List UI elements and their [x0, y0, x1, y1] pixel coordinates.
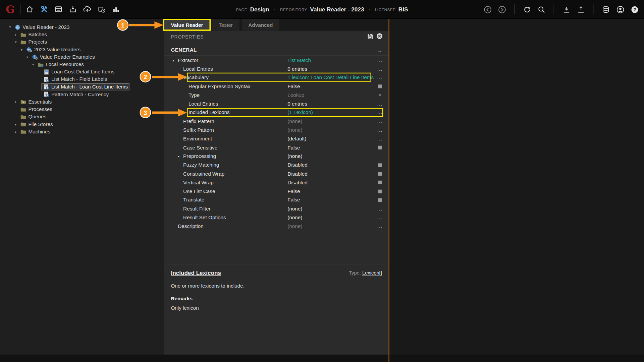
- property-value[interactable]: (none): [287, 223, 302, 229]
- tree-item-batches[interactable]: ▸Batches: [0, 31, 164, 38]
- download-icon[interactable]: [561, 4, 572, 15]
- property-value[interactable]: False: [287, 188, 300, 194]
- home-icon[interactable]: [24, 4, 35, 15]
- property-row-environment[interactable]: Environment(default)...: [164, 134, 389, 143]
- property-value[interactable]: List Match: [287, 57, 311, 63]
- expand-icon[interactable]: ▸: [13, 100, 18, 104]
- property-value[interactable]: (none): [287, 119, 302, 124]
- property-row-preprocessing[interactable]: ▸Preprocessing(none): [164, 152, 389, 161]
- property-row-regular-expression-syntax[interactable]: Regular Expression SyntaxFalse: [164, 82, 389, 91]
- tree-item-file-stores[interactable]: ▸File Stores: [0, 120, 164, 128]
- tree-item-list-match-loan-cost-line-items[interactable]: List Match - Loan Cost Line Items: [0, 83, 164, 90]
- ellipsis-button[interactable]: ...: [375, 206, 385, 212]
- essentials-icon: [20, 99, 27, 105]
- tab-advanced[interactable]: Advanced: [242, 19, 279, 31]
- refresh-icon[interactable]: [522, 4, 532, 15]
- tree-item-machines[interactable]: ▸Machines: [0, 128, 164, 135]
- panel-splitter[interactable]: [388, 19, 389, 362]
- ellipsis-button[interactable]: ...: [375, 57, 385, 63]
- scheduled-batch-icon[interactable]: [96, 4, 107, 15]
- ellipsis-button[interactable]: ...: [375, 119, 385, 124]
- expand-icon[interactable]: ▸: [13, 33, 18, 37]
- close-icon[interactable]: [376, 33, 383, 41]
- property-row-local-entries[interactable]: Local Entries0 entries...: [164, 100, 389, 108]
- collapse-icon[interactable]: ▾: [7, 25, 13, 29]
- help-icon[interactable]: ?: [629, 4, 640, 15]
- checkbox[interactable]: [375, 198, 385, 202]
- back-icon[interactable]: [482, 4, 493, 15]
- property-row-case-sensitive[interactable]: Case SensitiveFalse: [164, 143, 389, 152]
- property-value[interactable]: (default): [287, 136, 306, 142]
- property-value[interactable]: (none): [287, 215, 302, 220]
- tree-item-2023-value-readers[interactable]: ▾2023 Value Readers: [0, 46, 164, 53]
- collapse-icon[interactable]: ▾: [24, 55, 30, 59]
- ellipsis-button[interactable]: ...: [375, 136, 385, 142]
- property-value[interactable]: Disabled: [287, 180, 308, 185]
- expand-icon[interactable]: ▸: [13, 130, 18, 134]
- property-value[interactable]: False: [287, 145, 300, 150]
- upload-icon[interactable]: [576, 4, 586, 15]
- property-row-use-list-case[interactable]: Use List CaseFalse: [164, 187, 389, 196]
- tree-item-essentials[interactable]: ▸Essentials: [0, 98, 164, 106]
- ellipsis-button[interactable]: ...: [375, 75, 385, 80]
- property-value[interactable]: False: [287, 83, 300, 89]
- save-icon[interactable]: [367, 33, 373, 41]
- cloud-upload-icon[interactable]: [82, 4, 93, 15]
- general-section-header[interactable]: GENERAL ⌄: [164, 45, 389, 56]
- property-value[interactable]: (none): [287, 206, 302, 212]
- property-value[interactable]: 0 entries: [287, 101, 307, 107]
- tree-item-local-resources[interactable]: ▾Local Resources: [0, 61, 164, 68]
- checkbox[interactable]: [375, 172, 385, 176]
- property-value[interactable]: (none): [287, 154, 302, 159]
- user-icon[interactable]: [615, 4, 626, 15]
- collapse-icon[interactable]: ▾: [31, 62, 36, 66]
- property-value[interactable]: Disabled: [287, 162, 308, 168]
- property-row-prefix-pattern[interactable]: Prefix Pattern(none)...: [164, 117, 389, 126]
- property-value[interactable]: 0 entries: [287, 66, 307, 72]
- tab-tester[interactable]: Tester: [212, 19, 239, 31]
- property-row-description[interactable]: Description(none)...: [164, 222, 389, 231]
- checkbox[interactable]: [375, 181, 385, 184]
- collapse-section-icon[interactable]: ⌄: [377, 48, 382, 52]
- tree-item-pattern-match-currency[interactable]: Pattern Match - Currency: [0, 90, 164, 98]
- checkbox[interactable]: [375, 189, 385, 193]
- property-row-translate[interactable]: TranslateFalse: [164, 196, 389, 204]
- checkbox[interactable]: [375, 163, 385, 167]
- property-row-type[interactable]: TypeLookup≡: [164, 91, 389, 100]
- property-row-fuzzy-matching[interactable]: Fuzzy MatchingDisabled: [164, 161, 389, 169]
- menu-icon[interactable]: ≡: [375, 92, 385, 98]
- property-row-result-filter[interactable]: Result Filter(none)...: [164, 204, 389, 213]
- design-tools-icon[interactable]: [39, 4, 49, 15]
- collapse-icon[interactable]: ▾: [172, 58, 178, 62]
- property-row-local-entries[interactable]: Local Entries0 entries...: [164, 65, 389, 73]
- stats-chart-icon[interactable]: [110, 4, 121, 15]
- expand-icon[interactable]: ▸: [178, 154, 183, 158]
- ellipsis-button[interactable]: ...: [375, 127, 385, 133]
- collapse-icon[interactable]: ▾: [13, 40, 18, 44]
- collapse-icon[interactable]: ▾: [19, 48, 24, 52]
- property-row-vertical-wrap[interactable]: Vertical WrapDisabled: [164, 178, 389, 187]
- property-value[interactable]: Lookup: [287, 92, 304, 98]
- type-link[interactable]: Lexicon[]: [362, 270, 382, 276]
- import-box-icon[interactable]: [67, 4, 78, 15]
- property-row-result-set-options[interactable]: Result Set Options(none)...: [164, 213, 389, 222]
- ellipsis-button[interactable]: ...: [375, 66, 385, 72]
- checkbox[interactable]: [375, 84, 385, 88]
- archive-icon[interactable]: [53, 4, 64, 15]
- property-row-suffix-pattern[interactable]: Suffix Pattern(none)...: [164, 126, 389, 134]
- expand-icon[interactable]: ▸: [13, 122, 18, 126]
- property-value[interactable]: False: [287, 197, 300, 203]
- ellipsis-button[interactable]: ...: [375, 101, 385, 107]
- database-icon[interactable]: [600, 4, 611, 15]
- search-icon[interactable]: [536, 4, 547, 15]
- ellipsis-button[interactable]: ...: [375, 223, 385, 229]
- property-value[interactable]: (none): [287, 127, 302, 133]
- ellipsis-button[interactable]: ...: [375, 215, 385, 220]
- property-row-extractor[interactable]: ▾ExtractorList Match...: [164, 56, 389, 65]
- tree-item-projects[interactable]: ▾Projects: [0, 38, 164, 46]
- property-value[interactable]: Disabled: [287, 171, 308, 177]
- forward-icon[interactable]: [496, 4, 507, 15]
- tree-item-value-reader-examples[interactable]: ▾Value Reader Examples: [0, 53, 164, 61]
- property-row-constrained-wrap[interactable]: Constrained WrapDisabled: [164, 170, 389, 178]
- checkbox[interactable]: [375, 146, 385, 149]
